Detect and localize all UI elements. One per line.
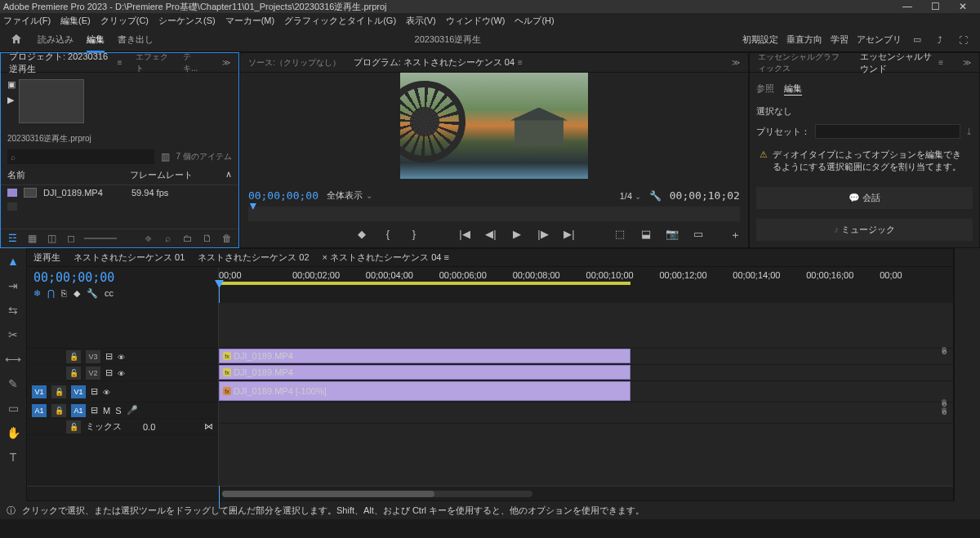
hand-tool[interactable]: ✋ — [5, 425, 21, 441]
add-marker-icon[interactable]: ◆ — [354, 228, 369, 242]
comparison-icon[interactable]: ▭ — [691, 228, 706, 242]
newbin-icon[interactable]: 🗀 — [181, 233, 194, 244]
track-header-a1[interactable]: A1A1⊟MS🎤 — [27, 402, 218, 419]
sequence-tab[interactable]: × ネストされたシーケンス 04 ≡ — [323, 251, 449, 264]
menu-file[interactable]: ファイル(F) — [3, 15, 51, 27]
share-icon[interactable]: ⤴ — [933, 33, 947, 47]
sequence-tab[interactable]: 逆再生 — [33, 251, 60, 264]
track-select-tool[interactable]: ⇥ — [5, 278, 21, 294]
linked-icon[interactable]: ⎘ — [61, 288, 67, 299]
tab-text[interactable]: テキ... — [180, 50, 206, 76]
button-editor-icon[interactable]: ＋ — [728, 228, 743, 242]
automate-icon[interactable]: ⎆ — [142, 233, 155, 244]
extract-icon[interactable]: ⬓ — [639, 228, 653, 242]
tab-import[interactable]: 読み込み — [38, 33, 74, 46]
quickexport-icon[interactable]: ▭ — [910, 33, 924, 47]
razor-tool[interactable]: ✂ — [5, 327, 21, 343]
zoom-dropdown[interactable]: 全体表示 ⌄ — [327, 189, 372, 202]
subtab-edit[interactable]: 編集 — [784, 82, 802, 96]
tab-source[interactable]: ソース:（クリップなし） — [245, 56, 344, 70]
menu-graphics[interactable]: グラフィックとタイトル(G) — [284, 15, 396, 27]
list-item[interactable]: DJI_0189.MP4 59.94 fps — [1, 185, 238, 200]
track-header-mix[interactable]: ミックス0.0⋈ — [27, 419, 218, 435]
settings-icon[interactable]: 🔧 — [649, 190, 662, 202]
magnet-icon[interactable]: ⋂ — [47, 288, 55, 299]
mark-out-icon[interactable]: } — [407, 228, 421, 242]
work-area-bar[interactable] — [219, 282, 630, 285]
scrubber[interactable] — [248, 207, 740, 221]
search-input[interactable] — [7, 149, 154, 164]
menu-window[interactable]: ウィンドウ(W) — [446, 15, 506, 27]
panel-overflow[interactable]: ≫ — [728, 56, 743, 69]
col-framerate[interactable]: フレームレート — [130, 169, 193, 181]
timeline-timecode[interactable]: 00;00;00;00 — [33, 270, 212, 285]
menu-sequence[interactable]: シーケンス(S) — [158, 15, 216, 27]
menu-clip[interactable]: クリップ(C) — [100, 15, 149, 27]
playhead-icon[interactable] — [250, 203, 256, 210]
fx-icon[interactable]: fx — [223, 387, 231, 395]
scroll-handle[interactable]: ○ — [942, 407, 947, 414]
resolution-dropdown[interactable]: 1/4 ⌄ — [620, 191, 641, 201]
preset-save-icon[interactable]: ⤓ — [965, 127, 973, 137]
find-icon[interactable]: ⌕ — [162, 233, 175, 244]
bin-icon[interactable]: ▥ — [161, 151, 170, 162]
icon-view-icon[interactable]: ▦ — [25, 233, 38, 244]
track-header-v2[interactable]: V2⊟ — [27, 365, 218, 381]
program-tc-in[interactable]: 00;00;00;00 — [248, 189, 318, 202]
preset-dropdown[interactable] — [815, 124, 960, 139]
freeform-view-icon[interactable]: ◫ — [45, 233, 58, 244]
mark-in-icon[interactable]: { — [381, 228, 395, 242]
clip[interactable]: fxDJI_0189.MP4 — [219, 365, 630, 380]
list-item[interactable] — [1, 200, 238, 213]
goto-out-icon[interactable]: ▶| — [562, 228, 577, 242]
maximize-button[interactable]: ☐ — [921, 1, 949, 12]
ripple-tool[interactable]: ⇆ — [5, 302, 21, 318]
pen-tool[interactable]: ✎ — [5, 376, 21, 392]
list-view-icon[interactable]: ☲ — [6, 233, 19, 244]
cc-icon[interactable]: cc — [105, 288, 114, 299]
music-button[interactable]: ♪ ミュージック — [756, 219, 973, 241]
goto-in-icon[interactable]: |◀ — [457, 228, 472, 242]
subtab-browse[interactable]: 参照 — [756, 82, 774, 96]
track-header-v1[interactable]: V1V1⊟ — [27, 381, 218, 402]
step-fwd-icon[interactable]: |▶ — [536, 228, 550, 242]
selection-tool[interactable]: ▲ — [5, 253, 21, 269]
menu-help[interactable]: ヘルプ(H) — [514, 15, 554, 27]
play-icon[interactable]: ▶ — [7, 95, 16, 105]
col-name[interactable]: 名前 — [7, 169, 130, 181]
tab-graphics[interactable]: エッセンシャルグラフィックス — [755, 50, 850, 76]
minimize-button[interactable]: — — [893, 1, 921, 12]
dialogue-button[interactable]: 💬 会話 — [756, 187, 973, 209]
close-button[interactable]: ✕ — [949, 1, 977, 12]
time-ruler[interactable]: 00;0000;00;02;0000;00;04;0000;00;06;0000… — [219, 267, 953, 303]
settings-icon[interactable]: 🔧 — [87, 288, 98, 299]
menu-marker[interactable]: マーカー(M) — [225, 15, 275, 27]
type-tool[interactable]: T — [5, 449, 21, 465]
panel-overflow[interactable]: ≫ — [219, 56, 234, 69]
export-frame-icon[interactable]: 📷 — [665, 228, 679, 242]
step-back-icon[interactable]: ◀| — [483, 228, 498, 242]
sequence-tab[interactable]: ネストされたシーケンス 02 — [198, 251, 309, 264]
fullscreen-icon[interactable]: ⛶ — [956, 33, 970, 47]
panel-overflow[interactable]: ≫ — [960, 56, 974, 69]
sort-icon[interactable]: ◻ — [65, 233, 78, 244]
lift-icon[interactable]: ⬚ — [612, 228, 627, 242]
tab-export[interactable]: 書き出し — [118, 33, 154, 46]
track-header-v3[interactable]: V3⊟ — [27, 349, 218, 365]
tab-effects[interactable]: エフェクト — [132, 50, 173, 76]
clip[interactable]: fxDJI_0189.MP4 — [219, 349, 630, 363]
timeline-zoom-slider[interactable] — [222, 491, 532, 497]
zoom-slider[interactable] — [84, 238, 117, 239]
scroll-handle[interactable]: ○ — [942, 347, 947, 353]
ws-learn[interactable]: 学習 — [831, 33, 849, 46]
play-button[interactable]: ▶ — [510, 228, 524, 242]
fx-icon[interactable]: fx — [223, 352, 231, 360]
snap-icon[interactable]: ❄ — [33, 288, 41, 299]
col-sort-icon[interactable]: ∧ — [225, 169, 232, 181]
ws-vertical[interactable]: 垂直方向 — [786, 33, 822, 46]
clip[interactable]: fxDJI_0189.MP4 [-100%] — [219, 381, 630, 401]
sequence-tab[interactable]: ネストされたシーケンス 01 — [74, 251, 185, 264]
ws-assembly[interactable]: アセンブリ — [857, 33, 902, 46]
slip-tool[interactable]: ⟷ — [5, 351, 21, 367]
fx-icon[interactable]: fx — [223, 368, 231, 376]
